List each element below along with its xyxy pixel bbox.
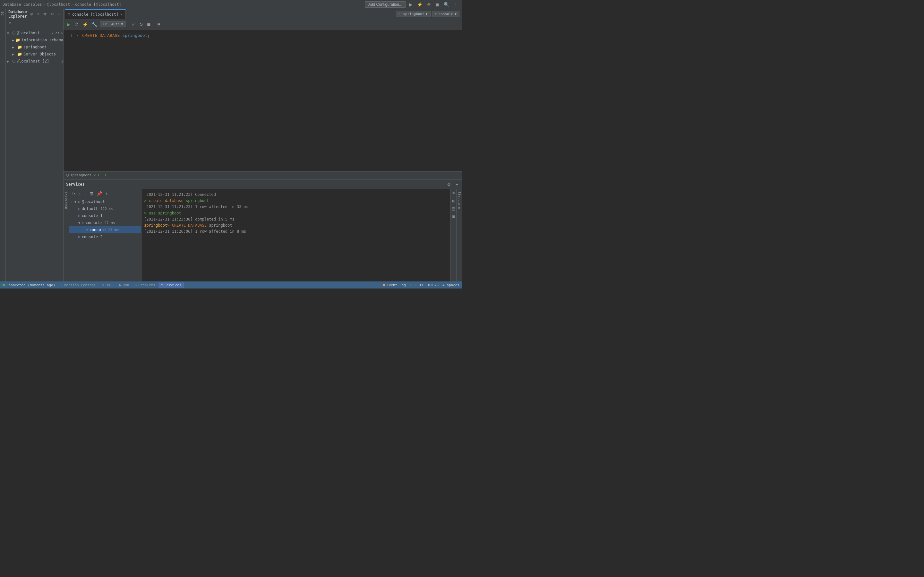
top-bar: Database Consoles > @localhost > console… [0,0,462,9]
svc-icon-localhost: ⊡ [78,200,81,204]
console-badge-chevron: ▼ [455,12,457,16]
information-schema-icon: 📁 [15,38,20,42]
commit-button[interactable]: ✓ [130,21,137,27]
code-editor[interactable]: 1 ✓ CREATE DATABASE springboot; [63,29,462,171]
tabs-right: ⬡ springboot ▼ ⊡ console ▼ [396,11,462,17]
debug-button[interactable]: ⚡ [416,1,424,8]
code-line-1: 1 ✓ CREATE DATABASE springboot; [63,32,462,39]
console-gutter-3[interactable]: ▤ [451,206,456,211]
format-button[interactable]: 🔧 [90,21,99,27]
svc-item-localhost[interactable]: ✓ ▼ ⊡ @localhost [69,198,141,205]
stop-run-button[interactable]: ◼ [434,1,441,8]
tree-item-information-schema[interactable]: ▶ 📁 information_schema [6,37,63,44]
svc-label-console1: console_1 [82,213,103,218]
svc-item-console-active[interactable]: ⊡ console 27 ms [69,226,141,234]
tree-item-localhost[interactable]: ▼ ⬡ @localhost 2 of 6 [6,29,63,37]
event-log-item[interactable]: Event Log [383,283,406,287]
breadcrumb-part1[interactable]: Database Consoles [3,2,42,7]
svc-item-default[interactable]: ⊡ default 122 ms [69,205,141,212]
db-filter-button[interactable]: ⊟ [7,21,13,27]
bottom-tab-todo[interactable]: ☑ TODO [99,282,116,288]
status-dot-green [3,284,5,286]
db-settings-button[interactable]: ⚙ [49,11,55,17]
services-tab-label: Services [165,283,182,287]
breadcrumb-part3[interactable]: console [@localhost] [75,2,121,7]
event-log-label: Event Log [387,283,406,287]
connection-console-badge[interactable]: ⊡ console ▼ [433,11,459,17]
svc-label-default: default [82,206,98,211]
services-tree: Tx ↑ ↓ ⊞ 📌 + ✓ ▼ ⊡ @localhost [69,189,142,282]
svc-group-button[interactable]: ⊞ [88,190,95,197]
tree-item-localhost2[interactable]: ▶ ⬡ @localhost [2] 3 [6,58,63,65]
run-query-button[interactable]: ▶ [65,21,71,27]
more-options-button[interactable]: ⋮ [452,1,459,8]
stop-button[interactable]: ◼ [145,21,152,27]
console-output[interactable]: [2021-12-31 11:21:23] Connected > create… [142,189,451,282]
svc-item-console2[interactable]: ⊡ console_2 [69,234,141,240]
services-title: Services [66,182,444,187]
db-explorer-header: Database Explorer ⊕ ≡ ⇉ ⚙ − [6,9,63,19]
tab-close-button[interactable]: × [120,13,122,16]
db-expand-all-button[interactable]: ⇉ [42,11,48,17]
output-button[interactable]: ≡ [156,21,162,27]
svc-label-localhost: @localhost [82,199,105,204]
db-indicator-label: springboot [70,173,91,177]
console-gutter-1[interactable]: ≡ [452,190,455,196]
svc-check-localhost: ✓ [71,200,73,203]
console-prompt-2: > [144,211,149,215]
add-configuration-button[interactable]: Add Configuration... [365,1,406,8]
bottom-tab-problems[interactable]: ⚠ Problems [132,282,158,288]
profile-button[interactable]: ⊕ [426,1,432,8]
structure-label: Structure [457,189,462,211]
status-connection: Connected (moments ago) [3,283,55,287]
transaction-button[interactable]: ⚡ [81,21,89,27]
bottom-tab-vc[interactable]: ⑂ Version Control [58,282,98,288]
svc-add-button[interactable]: + [104,190,109,197]
console-gutter-4[interactable]: 🗑 [451,213,456,219]
console-kw-create: create database [149,198,186,203]
tree-item-server-objects[interactable]: ▶ 📁 Server Objects [6,51,63,58]
bottom-tab-run[interactable]: ▶ Run [117,282,132,288]
svc-tx-button[interactable]: Tx [71,191,77,196]
kw-create: CREATE [82,33,100,38]
svc-collapse-button[interactable]: ↑ [78,190,82,197]
rollback-button[interactable]: ↻ [138,21,144,27]
db-close-button[interactable]: − [57,11,61,17]
connection-springboot-badge[interactable]: ⬡ springboot ▼ [396,11,430,17]
svc-pin-button[interactable]: 📌 [95,190,103,197]
db-tree: ▼ ⬡ @localhost 2 of 6 ▶ 📁 information_sc… [6,28,63,282]
line-check-1: ✓ [76,33,82,37]
db-explorer-title: Database Explorer [8,10,27,19]
run-button[interactable]: ▶ [408,1,414,8]
springboot-badge-icon: ⬡ [399,12,402,16]
svc-expand-button[interactable]: ↓ [83,190,87,197]
db-add-button[interactable]: ⊕ [29,11,35,17]
console-use-springboot: use springboot [149,211,181,215]
tx-auto-select[interactable]: Tx: Auto ▼ [100,21,126,27]
tx-auto-label: Tx: Auto [103,22,120,26]
services-settings-button[interactable]: ⚙ [446,181,452,187]
tree-item-springboot[interactable]: ▶ 📁 springboot [6,44,63,51]
console-badge-label: console [439,12,453,16]
db-collapse-all-button[interactable]: ≡ [36,11,41,17]
tab-console-localhost[interactable]: ⊡ console [@localhost] × [65,9,126,19]
breadcrumb-part2[interactable]: @localhost [47,2,70,7]
svc-arrow-console: ▼ [78,221,80,225]
services-close-button[interactable]: − [454,181,459,187]
line-col-status: 1:1 [410,283,416,287]
search-button[interactable]: 🔍 [443,1,451,8]
svc-item-console1[interactable]: ⊡ console_1 [69,212,141,219]
line-number-1: 1 [63,33,76,37]
services-tab-icon: ⊡ [161,283,163,287]
svc-item-console-group[interactable]: ▼ ⊡ console 27 ms [69,219,141,226]
editor-area: ⊡ console [@localhost] × ⬡ springboot ▼ … [63,9,462,179]
console-gutter-2[interactable]: ⊞ [451,198,456,204]
console-line-2: > create database springboot [144,198,448,204]
db-explorer-sidebar-icon[interactable]: DB [0,10,5,17]
todo-icon: ☑ [102,283,104,287]
console-line-7: [2021-12-31 11:26:06] 1 row affected in … [144,229,448,235]
bottom-tab-services[interactable]: ⊡ Services [158,282,184,288]
springboot-badge-label: springboot [403,12,424,16]
run-history-button[interactable]: ⏱ [73,21,80,27]
check-count: 1 [97,173,100,177]
